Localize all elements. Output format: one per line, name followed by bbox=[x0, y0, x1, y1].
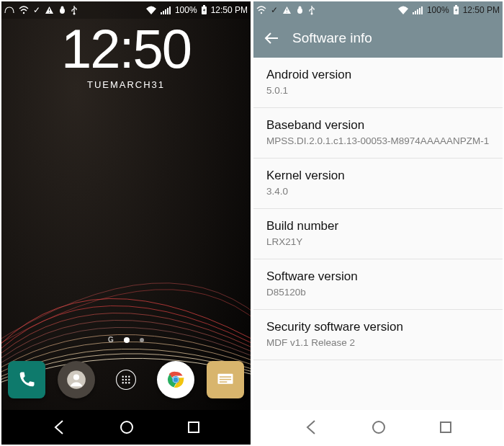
svg-point-23 bbox=[125, 382, 127, 383]
status-time: 12:50 PM bbox=[211, 5, 248, 15]
list-item[interactable]: Kernel version 3.4.0 bbox=[253, 159, 503, 209]
list-item[interactable]: Android version 5.0.1 bbox=[253, 58, 503, 108]
contacts-app[interactable] bbox=[58, 361, 95, 398]
svg-point-4 bbox=[61, 6, 64, 9]
svg-rect-49 bbox=[441, 422, 451, 432]
wifi-small-icon bbox=[256, 6, 266, 14]
svg-rect-42 bbox=[415, 11, 416, 14]
row-value: LRX21Y bbox=[266, 236, 490, 247]
chrome-app[interactable] bbox=[157, 361, 194, 398]
row-value: D85120b bbox=[266, 287, 490, 298]
sync-icon: ✓ bbox=[271, 5, 278, 15]
svg-rect-34 bbox=[189, 422, 199, 432]
nav-home-button[interactable] bbox=[117, 418, 136, 437]
cell-signal-icon bbox=[161, 6, 171, 14]
app-drawer-button[interactable] bbox=[107, 361, 145, 398]
svg-rect-43 bbox=[417, 9, 418, 14]
clock-widget[interactable]: 12:50 TUEMARCH31 bbox=[1, 22, 251, 90]
back-icon[interactable] bbox=[264, 30, 279, 46]
svg-point-20 bbox=[125, 379, 127, 380]
sync-icon: ✓ bbox=[33, 5, 40, 15]
row-value: 5.0.1 bbox=[266, 85, 490, 96]
bug-icon bbox=[296, 6, 304, 14]
svg-rect-8 bbox=[165, 9, 166, 14]
nav-recents-button[interactable] bbox=[437, 419, 454, 436]
page-dot[interactable] bbox=[140, 338, 144, 342]
warning-icon bbox=[282, 6, 292, 14]
list-item[interactable]: Security software version MDF v1.1 Relea… bbox=[253, 310, 503, 360]
row-value: MPSS.DI.2.0.1.c1.13-00053-M8974AAAAANPZM… bbox=[266, 135, 490, 146]
svg-point-17 bbox=[125, 376, 127, 378]
svg-rect-45 bbox=[421, 6, 423, 14]
row-title: Build number bbox=[266, 219, 490, 233]
wifi-icon bbox=[145, 6, 157, 15]
status-bar: ✓ 100% 12:50 PM bbox=[253, 1, 503, 19]
svg-rect-10 bbox=[169, 6, 171, 14]
svg-rect-37 bbox=[287, 12, 287, 13]
svg-point-14 bbox=[73, 374, 79, 380]
svg-point-22 bbox=[122, 382, 123, 383]
list-item[interactable]: Software version D85120b bbox=[253, 259, 503, 310]
wifi-icon bbox=[397, 6, 409, 15]
row-title: Android version bbox=[266, 68, 490, 82]
nav-back-button[interactable] bbox=[50, 418, 69, 437]
svg-rect-30 bbox=[220, 376, 231, 378]
settings-list[interactable]: Android version 5.0.1 Baseband version M… bbox=[253, 58, 503, 410]
svg-point-5 bbox=[73, 13, 76, 15]
svg-point-39 bbox=[299, 6, 302, 9]
nfc-icon bbox=[4, 6, 14, 14]
row-title: Software version bbox=[266, 269, 490, 284]
svg-rect-41 bbox=[413, 12, 414, 14]
settings-screen: ✓ 100% 12:50 PM Software info Android ve… bbox=[253, 1, 503, 445]
status-bar: ✓ 100% 12:50 PM bbox=[1, 1, 251, 19]
svg-point-16 bbox=[122, 376, 123, 378]
nav-home-button[interactable] bbox=[369, 418, 388, 437]
battery-icon bbox=[453, 5, 459, 15]
svg-rect-32 bbox=[220, 381, 228, 383]
action-bar: Software info bbox=[253, 19, 503, 58]
page-dot[interactable] bbox=[124, 337, 130, 343]
status-time: 12:50 PM bbox=[463, 5, 500, 15]
clock-date: TUEMARCH31 bbox=[1, 79, 251, 90]
svg-point-19 bbox=[122, 379, 123, 380]
svg-rect-7 bbox=[163, 11, 164, 14]
svg-rect-31 bbox=[220, 379, 231, 380]
dock bbox=[1, 351, 251, 409]
svg-point-18 bbox=[128, 376, 130, 378]
row-title: Kernel version bbox=[266, 169, 490, 183]
google-now-page-icon[interactable]: G bbox=[108, 336, 114, 344]
phone-app[interactable] bbox=[8, 361, 45, 398]
svg-rect-36 bbox=[287, 9, 287, 11]
clock-time: 12:50 bbox=[1, 22, 251, 76]
row-title: Baseband version bbox=[266, 118, 490, 133]
nav-recents-button[interactable] bbox=[185, 419, 202, 436]
svg-rect-6 bbox=[161, 12, 162, 14]
svg-point-24 bbox=[128, 382, 130, 383]
navigation-bar bbox=[1, 410, 251, 445]
svg-point-0 bbox=[23, 12, 24, 14]
list-item[interactable]: Baseband version MPSS.DI.2.0.1.c1.13-000… bbox=[253, 108, 503, 159]
homescreen: ✓ 100% 12:50 PM 12:50 TUEMARCH31 G bbox=[1, 1, 251, 445]
svg-rect-1 bbox=[49, 9, 50, 11]
svg-rect-44 bbox=[419, 8, 420, 14]
svg-rect-9 bbox=[167, 8, 168, 14]
battery-percent: 100% bbox=[175, 5, 197, 15]
cell-signal-icon bbox=[413, 6, 423, 14]
messaging-app[interactable] bbox=[207, 361, 244, 398]
svg-point-35 bbox=[261, 12, 262, 14]
battery-icon bbox=[201, 5, 207, 15]
list-item[interactable]: Build number LRX21Y bbox=[253, 209, 503, 259]
svg-point-21 bbox=[128, 379, 130, 380]
usb-icon bbox=[308, 5, 315, 15]
navigation-bar bbox=[253, 410, 503, 445]
battery-percent: 100% bbox=[427, 5, 449, 15]
warning-icon bbox=[45, 6, 54, 14]
svg-rect-12 bbox=[203, 5, 205, 6]
wifi-small-icon bbox=[19, 6, 29, 14]
row-value: MDF v1.1 Release 2 bbox=[266, 337, 490, 348]
svg-point-40 bbox=[311, 13, 313, 15]
screen-title: Software info bbox=[292, 30, 372, 46]
row-value: 3.4.0 bbox=[266, 186, 490, 197]
svg-point-48 bbox=[373, 422, 384, 433]
nav-back-button[interactable] bbox=[302, 418, 321, 437]
